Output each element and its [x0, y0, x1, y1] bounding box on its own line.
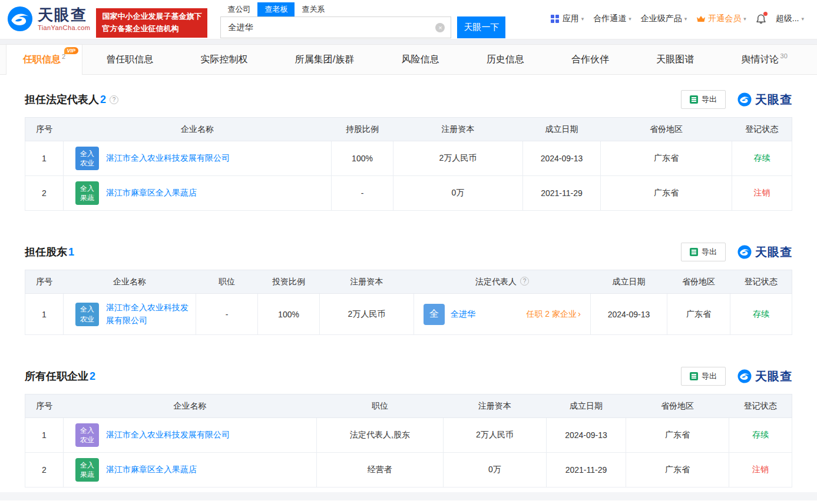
company-link[interactable]: 湛江市全入农业科技发展有限公司: [106, 429, 230, 442]
tab-group-cluster[interactable]: 所属集团/族群: [279, 45, 371, 74]
tab-graph[interactable]: 天眼图谱: [640, 45, 710, 74]
tab-count: 30: [780, 52, 788, 59]
search-input[interactable]: [221, 17, 451, 38]
search-tab-company[interactable]: 查公司: [220, 2, 257, 16]
search-tab-relation[interactable]: 查关系: [295, 2, 332, 16]
company-logo: 全入 果蔬: [75, 458, 99, 482]
logo-brand-name: 天眼查: [38, 7, 90, 22]
logo-domain: TianYanCha.com: [38, 24, 90, 31]
section-title: 担任法定代表人: [25, 92, 99, 107]
col-no: 序号: [25, 118, 64, 141]
crown-icon: [696, 15, 706, 22]
col-status: 登记状态: [729, 394, 792, 418]
shareholder-table: 序号 企业名称 职位 投资比例 注册资本 法定代表人? 成立日期 省份地区 登记…: [25, 270, 792, 335]
export-button[interactable]: 导出: [681, 243, 726, 261]
related-companies-link[interactable]: 任职 2 家企业›: [526, 309, 581, 320]
table-row: 1 全入 农业 湛江市全入农业科技发展有限公司 100% 2万人民币 2024-…: [25, 141, 792, 176]
tab-risk-info[interactable]: 风险信息: [385, 45, 456, 74]
question-icon[interactable]: ?: [110, 95, 118, 104]
cell-no: 2: [25, 176, 64, 211]
nav-apps-label: 应用: [563, 14, 579, 24]
nav-enterprise-label: 企业级产品: [641, 14, 682, 24]
nav-partner-channel[interactable]: 合作通道 ▾: [593, 14, 631, 24]
company-link[interactable]: 湛江市全入农业科技发展有限公司: [106, 301, 190, 327]
cell-capital: 2万人民币: [444, 418, 547, 453]
company-link[interactable]: 湛江市全入农业科技发展有限公司: [106, 152, 230, 165]
col-no: 序号: [25, 270, 64, 294]
cell-province: 广东省: [626, 418, 729, 453]
cell-position: 经营者: [317, 453, 444, 488]
company-link[interactable]: 湛江市麻章区全入果蔬店: [106, 463, 197, 476]
top-header: 天眼查 TianYanCha.com 国家中小企业发展子基金旗下 官方备案企业征…: [0, 0, 817, 39]
tab-history-info[interactable]: 历史信息: [470, 45, 541, 74]
certification-badge: 国家中小企业发展子基金旗下 官方备案企业征信机构: [96, 8, 207, 38]
excel-icon: [690, 248, 698, 256]
col-province: 省份地区: [626, 394, 729, 418]
tab-actual-control[interactable]: 实际控制权: [184, 45, 264, 74]
col-position: 职位: [317, 394, 444, 418]
export-button[interactable]: 导出: [681, 90, 726, 109]
section-all-positions: 所有任职企业 2 导出 天眼查 序号 企业名称 职位 注册资本 成立日期: [25, 367, 792, 488]
legal-representative-table: 序号 企业名称 持股比例 注册资本 成立日期 省份地区 登记状态 1 全入 农业: [25, 117, 792, 211]
excel-icon: [690, 372, 698, 380]
notifications-bell[interactable]: [756, 13, 766, 25]
col-status: 登记状态: [730, 270, 792, 294]
col-capital: 注册资本: [393, 118, 523, 141]
cell-province: 广东省: [626, 453, 729, 488]
company-logo: 全入 农业: [75, 303, 99, 326]
page-bottom-strip: [0, 492, 817, 500]
cell-company: 全入 果蔬 湛江市麻章区全入果蔬店: [64, 176, 332, 211]
main-content: 担任法定代表人 2 ? 导出 天眼查 序号 企业名称 持股比例 注册资本: [0, 75, 817, 488]
tab-public-opinion[interactable]: 舆情讨论 30: [725, 45, 804, 74]
nav-open-membership[interactable]: 开通会员 ▾: [696, 14, 746, 24]
cell-capital: 2万人民币: [320, 294, 414, 335]
chevron-down-icon: ▾: [684, 16, 687, 22]
section-count: 2: [90, 370, 95, 383]
table-header-row: 序号 企业名称 职位 投资比例 注册资本 法定代表人? 成立日期 省份地区 登记…: [25, 270, 792, 294]
status-badge: 注销: [729, 453, 792, 488]
apps-grid-icon: [551, 15, 559, 23]
col-founded: 成立日期: [547, 394, 626, 418]
table-row: 2 全入 果蔬 湛江市麻章区全入果蔬店 - 0万 2021-11-29: [25, 176, 792, 211]
cell-no: 1: [25, 294, 64, 335]
col-founded: 成立日期: [591, 270, 667, 294]
question-icon[interactable]: ?: [520, 277, 529, 286]
col-founded: 成立日期: [523, 118, 601, 141]
tab-past-positions[interactable]: 曾任职信息: [90, 45, 170, 74]
tab-partners[interactable]: 合作伙伴: [555, 45, 626, 74]
company-logo: 全入 果蔬: [75, 181, 99, 205]
col-no: 序号: [25, 394, 64, 418]
cell-no: 2: [25, 453, 64, 488]
chevron-down-icon: ▾: [629, 16, 631, 22]
tianyancha-logo-icon: [737, 369, 752, 383]
status-badge: 存续: [730, 294, 792, 335]
tab-employment-info[interactable]: 任职信息 2 VIP: [6, 45, 82, 75]
cell-position: 法定代表人,股东: [317, 418, 444, 453]
table-row: 1 全入 农业 湛江市全入农业科技发展有限公司 法定代表人,股东 2万人民币 2…: [25, 418, 792, 453]
col-status: 登记状态: [732, 118, 792, 141]
status-badge: 注销: [732, 176, 792, 211]
chevron-down-icon: ▾: [801, 16, 804, 22]
search-clear-icon[interactable]: ×: [435, 23, 445, 32]
nav-user-menu[interactable]: 超级... ▾: [776, 14, 804, 24]
cell-company: 全入 果蔬 湛江市麻章区全入果蔬店: [64, 453, 317, 488]
section-legal-representative: 担任法定代表人 2 ? 导出 天眼查 序号 企业名称 持股比例 注册资本: [25, 90, 792, 211]
company-link[interactable]: 湛江市麻章区全入果蔬店: [106, 187, 197, 200]
nav-enterprise-products[interactable]: 企业级产品 ▾: [641, 14, 687, 24]
col-province: 省份地区: [667, 270, 730, 294]
notification-dot: [763, 12, 768, 16]
search-tab-boss[interactable]: 查老板: [257, 2, 295, 16]
search-box: ×: [220, 16, 451, 38]
search-button[interactable]: 天眼一下: [457, 16, 505, 38]
export-button[interactable]: 导出: [681, 367, 726, 386]
person-avatar: 全: [424, 304, 445, 325]
col-capital: 注册资本: [320, 270, 414, 294]
tianyancha-logo[interactable]: 天眼查 TianYanCha.com: [7, 6, 90, 32]
person-link[interactable]: 全进华: [451, 309, 475, 320]
nav-user-label: 超级...: [776, 14, 799, 24]
tianyancha-watermark: 天眼查: [737, 244, 792, 260]
header-nav: 应用 ▾ 合作通道 ▾ 企业级产品 ▾ 开通会员 ▾ 超级... ▾: [551, 13, 810, 25]
cell-position: -: [196, 294, 258, 335]
col-company: 企业名称: [64, 118, 332, 141]
nav-apps[interactable]: 应用 ▾: [551, 14, 584, 24]
